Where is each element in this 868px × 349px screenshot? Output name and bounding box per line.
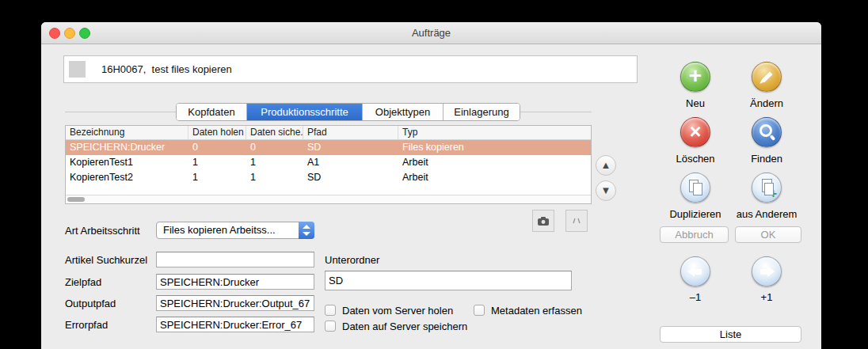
titlebar: Aufträge [41, 22, 821, 44]
duplizieren-button[interactable] [680, 173, 710, 203]
move-row-up-button[interactable]: ▲ [596, 155, 616, 176]
table-row[interactable]: KopierenTest1 1 1 A1 Arbeit [66, 155, 591, 170]
cell-daten-holen: 1 [188, 155, 246, 170]
arrow-left-icon [681, 257, 710, 286]
liste-button[interactable]: Liste [660, 326, 801, 343]
errorpfad-input[interactable] [156, 317, 314, 332]
table-header-row: Bezeichnung Daten holen Daten siche... P… [66, 126, 591, 140]
aendern-button[interactable] [752, 62, 782, 92]
artikel-suchkurzel-label: Artikel Suchkurzel [65, 254, 147, 266]
ok-button[interactable]: OK [735, 226, 801, 243]
production-steps-table: Bezeichnung Daten holen Daten siche... P… [65, 125, 592, 204]
artikel-suchkurzel-input[interactable] [156, 252, 314, 267]
horizontal-scrollbar[interactable] [66, 195, 591, 203]
screen: Aufträge 16H0067, test files kopieren Ko… [0, 0, 868, 349]
loeschen-button[interactable]: × [680, 117, 710, 147]
record-title: 16H0067, test files kopieren [101, 56, 232, 82]
loeschen-label: Löschen [656, 153, 735, 165]
table-tool-button-2[interactable] [565, 210, 588, 232]
cell-typ: Arbeit [398, 170, 591, 185]
neu-label: Neu [656, 97, 735, 109]
errorpfad-label: Errorpfad [65, 319, 108, 331]
duplizieren-label: Duplizieren [656, 208, 735, 220]
x-icon: × [681, 118, 710, 146]
tab-einlagerung[interactable]: Einlagerung [444, 104, 520, 120]
cell-bezeichnung: KopierenTest1 [66, 155, 188, 170]
column-header-pfad[interactable]: Pfad [303, 126, 398, 139]
daten-vom-server-holen-label: Daten vom Server holen [342, 305, 453, 317]
cell-bezeichnung: KopierenTest2 [66, 170, 188, 185]
tab-objekttypen[interactable]: Objekttypen [363, 104, 444, 120]
cell-pfad: A1 [303, 155, 398, 170]
tab-kopfdaten[interactable]: Kopfdaten [177, 104, 247, 120]
popup-stepper-icon [299, 222, 314, 239]
marks-icon [570, 215, 583, 226]
finden-label: Finden [727, 153, 806, 165]
daten-auf-server-speichern-label: Daten auf Server speichern [342, 321, 467, 332]
tab-bar: Kopfdaten Produktionsschritte Objekttype… [176, 103, 520, 121]
tab-produktionsschritte[interactable]: Produktionsschritte [247, 104, 363, 120]
cell-daten-holen: 1 [188, 170, 246, 185]
zielpfad-label: Zielpfad [65, 276, 101, 288]
cell-daten-sichern: 1 [246, 155, 303, 170]
daten-auf-server-speichern-checkbox[interactable] [325, 321, 336, 332]
outputpfad-input[interactable] [156, 295, 314, 311]
magnifier-icon [752, 118, 781, 146]
cell-pfad: SD [303, 170, 398, 185]
neu-button[interactable]: + [680, 62, 710, 92]
plus-one-button[interactable] [752, 256, 782, 286]
cell-daten-holen: 0 [188, 140, 246, 155]
minus-one-label: –1 [656, 291, 735, 303]
cell-typ: Arbeit [398, 155, 591, 170]
daten-vom-server-holen-checkbox[interactable] [325, 305, 336, 316]
outputpfad-label: Outputpfad [65, 298, 116, 309]
arrow-up-icon: ▲ [601, 159, 611, 171]
table-row[interactable]: SPEICHERN:Drucker 0 0 SD Files kopieren [66, 140, 591, 155]
table-row[interactable]: KopierenTest2 1 1 SD Arbeit [66, 170, 591, 185]
column-header-daten-holen[interactable]: Daten holen [188, 126, 246, 139]
finden-button[interactable] [752, 117, 782, 147]
pages-icon [681, 173, 710, 202]
window-title: Aufträge [41, 22, 821, 44]
aus-anderem-label: aus Anderem [727, 208, 806, 220]
column-header-bezeichnung[interactable]: Bezeichnung [66, 126, 188, 139]
minus-one-button[interactable] [680, 256, 710, 286]
abbruch-button[interactable]: Abbruch [660, 226, 729, 243]
zielpfad-input[interactable] [156, 274, 314, 290]
cell-bezeichnung: SPEICHERN:Drucker [66, 140, 188, 155]
table-tool-button-1[interactable] [532, 210, 554, 232]
aus-anderem-button[interactable]: + [752, 173, 782, 203]
move-row-down-button[interactable]: ▼ [596, 180, 616, 201]
arrow-right-icon [752, 257, 781, 286]
arrow-down-icon: ▼ [601, 184, 611, 196]
page-plus-icon: + [752, 173, 781, 202]
metadaten-erfassen-checkbox[interactable] [474, 305, 485, 316]
cell-pfad: SD [303, 140, 398, 155]
scrollbar-thumb[interactable] [67, 197, 85, 202]
plus-icon: + [681, 63, 710, 91]
cell-typ: Files kopieren [398, 140, 591, 155]
cell-daten-sichern: 1 [246, 170, 303, 185]
aendern-label: Ändern [727, 97, 806, 109]
art-arbeitsschritt-label: Art Arbeitsschritt [65, 225, 140, 237]
unterordner-input[interactable] [325, 271, 572, 290]
cell-daten-sichern: 0 [246, 140, 303, 155]
record-header-bar: 16H0067, test files kopieren [63, 55, 638, 83]
camera-icon [537, 215, 550, 226]
column-header-typ[interactable]: Typ [398, 126, 591, 139]
color-swatch [69, 61, 86, 78]
art-arbeitsschritt-popup[interactable]: Files kopieren Arbeitss... [156, 222, 314, 239]
pencil-icon [761, 71, 772, 82]
popup-selected-value: Files kopieren Arbeitss... [163, 222, 293, 238]
metadaten-erfassen-label: Metadaten erfassen [491, 305, 582, 317]
plus-one-label: +1 [727, 291, 806, 303]
unterordner-label: Unterordner [325, 254, 379, 266]
auftraege-window: Aufträge 16H0067, test files kopieren Ko… [41, 22, 821, 349]
column-header-daten-sichern[interactable]: Daten siche... [246, 126, 303, 139]
